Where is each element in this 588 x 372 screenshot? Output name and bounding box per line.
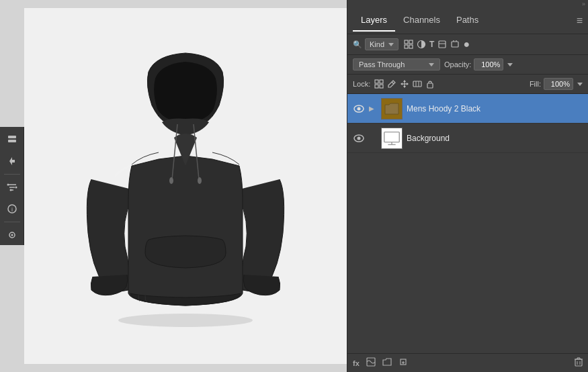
svg-point-13 [118,314,253,327]
tool-separator-1 [4,174,20,175]
blend-mode-chevron-icon [429,63,434,66]
svg-point-7 [15,187,17,189]
hoodie-image [78,45,293,327]
layer-visibility-hoody[interactable] [353,103,365,115]
layer-thumb-hoody [381,98,403,120]
svg-marker-35 [403,80,406,82]
lock-move-icon[interactable] [400,79,409,89]
svg-point-8 [9,189,11,191]
svg-rect-23 [439,41,446,48]
new-adjustment-layer-button[interactable] [366,357,376,369]
svg-point-16 [169,177,173,184]
blend-mode-label: Pass Through [359,60,425,68]
svg-point-17 [198,177,202,184]
svg-marker-38 [407,83,409,85]
canvas-content [24,8,347,364]
layer-name-hoody: Mens Hoody 2 Black [407,104,583,113]
svg-point-12 [11,234,13,236]
svg-point-46 [358,136,361,140]
new-group-button[interactable] [382,357,392,369]
canvas-area: i [0,0,347,372]
svg-rect-55 [575,359,582,366]
panel-top-arrows: » [347,0,588,7]
search-icon: 🔍 [353,40,362,49]
lock-brush-icon[interactable] [387,79,396,89]
tool-layers[interactable] [2,225,22,245]
svg-rect-30 [375,85,378,88]
layer-item-hoody[interactable]: ▶ Mens Hoody 2 Black [347,94,588,124]
fill-chevron-icon [577,83,583,86]
layer-name-background: Background [407,134,583,143]
kind-label: Kind [370,40,384,48]
svg-rect-20 [405,45,408,48]
svg-point-6 [7,184,9,186]
opacity-control: Opacity: 100% [444,58,513,71]
kind-chevron-icon [388,43,394,46]
layer-visibility-background[interactable] [353,132,365,144]
layers-list: ▶ Mens Hoody 2 Black ▶ [347,94,588,353]
tool-filter[interactable] [2,177,22,197]
panel-bottom-toolbar: fx [347,353,588,372]
filter-row: 🔍 Kind T [347,34,588,55]
filter-icons: T ● [404,39,470,50]
lock-row: Lock: [347,75,588,94]
filter-active-icon[interactable]: ● [463,39,470,50]
layers-panel: » Layers Channels Paths ≡ 🔍 Kind [347,0,588,372]
tools-sidebar: i [0,127,24,245]
opacity-label: Opacity: [444,60,471,68]
svg-rect-31 [380,85,383,88]
tool-move[interactable] [2,151,22,171]
filter-type-icon[interactable]: T [429,40,434,49]
svg-marker-36 [403,86,406,88]
lock-icons [374,79,435,89]
layer-expand-hoody[interactable]: ▶ [369,105,377,112]
lock-frame-icon[interactable] [413,79,422,89]
panel-menu-button[interactable]: ≡ [577,15,583,27]
svg-rect-1 [8,140,16,142]
fill-label: Fill: [530,80,541,88]
svg-rect-29 [380,80,383,83]
lock-label: Lock: [353,80,370,88]
opacity-chevron-icon [507,63,513,66]
tab-channels[interactable]: Channels [395,9,448,32]
tool-select[interactable] [2,130,22,150]
svg-rect-25 [452,42,458,47]
blend-mode-dropdown[interactable]: Pass Through [353,58,440,71]
filter-shape-icon[interactable] [437,40,447,49]
filter-pixel-icon[interactable] [404,40,413,49]
svg-rect-18 [405,40,408,44]
tool-separator-2 [4,222,20,222]
layer-thumb-background [381,128,403,149]
new-layer-button[interactable] [398,357,408,369]
svg-rect-19 [409,40,413,44]
kind-select-dropdown[interactable]: Kind [365,38,398,50]
opacity-input[interactable]: 100% [474,58,503,71]
tab-paths[interactable]: Paths [448,9,487,32]
filter-smart-icon[interactable] [450,40,460,49]
tab-layers[interactable]: Layers [353,9,395,32]
lock-lock-icon[interactable] [425,79,435,89]
svg-rect-28 [375,80,378,83]
svg-rect-42 [427,83,433,88]
svg-rect-39 [413,81,421,87]
layer-item-background[interactable]: ▶ Background [347,124,588,153]
svg-line-32 [392,82,394,84]
svg-marker-2 [9,157,15,165]
svg-marker-37 [401,83,403,85]
fill-input[interactable]: 100% [544,78,573,90]
svg-rect-21 [409,45,413,48]
svg-point-44 [358,107,361,110]
delete-layer-button[interactable] [575,357,583,369]
panel-tabs: Layers Channels Paths ≡ [347,7,588,34]
lock-pixel-icon[interactable] [374,79,384,89]
blend-mode-row: Pass Through Opacity: 100% [347,55,588,75]
svg-text:i: i [11,206,13,213]
add-fx-button[interactable]: fx [353,359,360,367]
svg-rect-47 [382,128,402,148]
filter-adjustment-icon[interactable] [417,40,426,49]
svg-rect-0 [8,136,16,138]
fill-control: Fill: 100% [530,78,583,90]
tool-info[interactable]: i [2,199,22,219]
collapse-arrows-right[interactable]: » [582,1,585,7]
